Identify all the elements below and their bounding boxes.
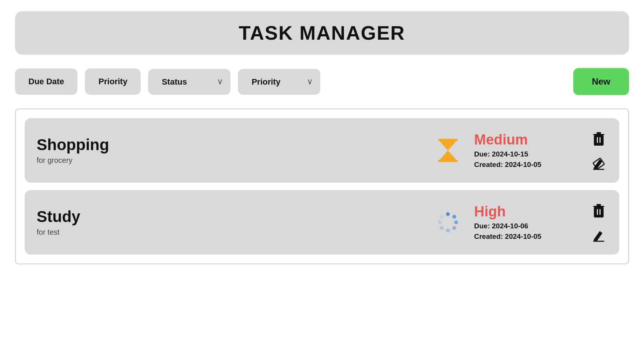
page-title: TASK MANAGER <box>15 22 629 44</box>
task-description: for test <box>37 228 422 237</box>
task-created-date: Created: 2024-10-05 <box>474 232 579 241</box>
new-task-button[interactable]: New <box>573 68 629 95</box>
edit-icon <box>592 156 606 171</box>
task-actions <box>590 129 607 172</box>
svg-rect-6 <box>596 132 601 134</box>
trash-icon <box>592 130 606 147</box>
hourglass-icon <box>437 137 459 164</box>
svg-point-13 <box>452 215 456 219</box>
task-due-date: Due: 2024-10-06 <box>474 222 579 230</box>
svg-rect-7 <box>594 135 604 146</box>
svg-rect-9 <box>599 137 601 143</box>
task-name: Study <box>37 208 422 225</box>
svg-point-12 <box>446 212 450 216</box>
svg-rect-24 <box>599 209 601 215</box>
edit-task-button[interactable] <box>590 155 607 172</box>
svg-point-15 <box>452 226 456 230</box>
status-select-wrapper: Status Pending In Progress Done <box>148 69 231 95</box>
task-priority: Medium <box>474 132 579 148</box>
priority-select-wrapper: Priority Low Medium High <box>238 69 320 95</box>
task-info: Shopping for grocery <box>37 136 422 164</box>
task-meta: Medium Due: 2024-10-15 Created: 2024-10-… <box>474 132 579 169</box>
status-icon-area <box>433 211 463 234</box>
svg-point-19 <box>440 215 443 219</box>
priority-sort-button[interactable]: Priority <box>85 69 141 95</box>
task-due-date: Due: 2024-10-15 <box>474 150 579 158</box>
svg-rect-22 <box>594 207 604 217</box>
task-description: for grocery <box>37 156 422 165</box>
header-bar: TASK MANAGER <box>15 11 629 55</box>
task-created-date: Created: 2024-10-05 <box>474 161 579 169</box>
delete-task-button[interactable] <box>590 201 607 220</box>
task-priority: High <box>474 204 579 220</box>
task-card: Study for test High Due: 2024-10-06 Crea… <box>25 190 619 255</box>
task-name: Shopping <box>37 136 422 153</box>
task-card: Shopping for grocery Medium Due: 2024-10… <box>25 118 619 183</box>
svg-point-14 <box>454 220 458 224</box>
spinner-icon <box>437 211 459 234</box>
svg-point-18 <box>438 220 442 224</box>
svg-marker-1 <box>440 141 456 150</box>
edit-task-button[interactable] <box>590 227 607 244</box>
delete-task-button[interactable] <box>590 129 607 148</box>
svg-rect-5 <box>593 134 604 135</box>
status-select[interactable]: Status Pending In Progress Done <box>148 69 231 95</box>
edit-icon <box>592 228 606 243</box>
svg-rect-20 <box>593 206 604 207</box>
svg-rect-23 <box>597 209 598 215</box>
due-date-button[interactable]: Due Date <box>15 69 77 95</box>
priority-select[interactable]: Priority Low Medium High <box>238 69 320 95</box>
task-info: Study for test <box>37 208 422 236</box>
svg-rect-0 <box>438 139 458 141</box>
status-icon-area <box>433 137 463 164</box>
svg-rect-21 <box>596 204 601 206</box>
svg-point-17 <box>440 226 443 230</box>
toolbar: Due Date Priority Status Pending In Prog… <box>15 68 629 95</box>
task-actions <box>590 201 607 244</box>
task-list: Shopping for grocery Medium Due: 2024-10… <box>15 109 629 264</box>
svg-rect-8 <box>597 137 598 143</box>
svg-rect-3 <box>438 160 458 162</box>
task-meta: High Due: 2024-10-06 Created: 2024-10-05 <box>474 204 579 241</box>
svg-point-16 <box>446 229 450 232</box>
trash-icon <box>592 202 606 219</box>
